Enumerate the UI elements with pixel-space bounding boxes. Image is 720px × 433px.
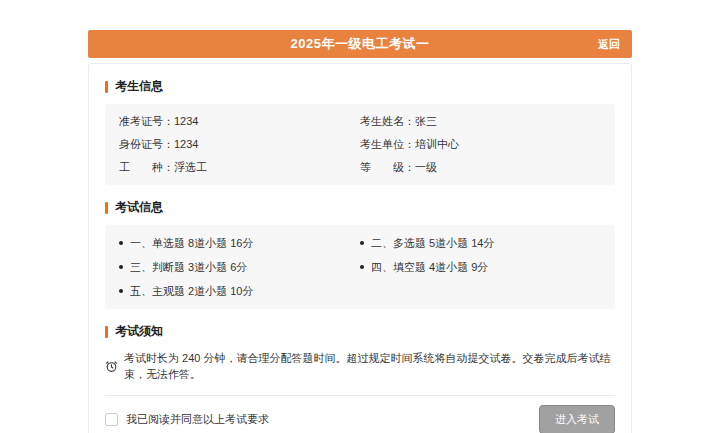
agree-checkbox[interactable] bbox=[105, 413, 118, 426]
exam-item-label: 三、判断题 3道小题 6分 bbox=[130, 259, 247, 275]
field-id-number: 身份证号： 1234 bbox=[119, 136, 360, 153]
field-label: 考生姓名： bbox=[360, 113, 415, 130]
candidate-section-header: 考生信息 bbox=[105, 78, 615, 95]
exam-items-box: 一、单选题 8道小题 16分 二、多选题 5道小题 14分 三、判断题 3道小题… bbox=[105, 225, 615, 309]
candidate-info-section: 考生信息 准考证号： 1234 考生姓名： 张三 身份证号： 1234 考生单位… bbox=[105, 78, 615, 185]
exam-item-label: 四、填空题 4道小题 9分 bbox=[371, 259, 488, 275]
back-button[interactable]: 返回 bbox=[598, 30, 620, 58]
accent-bar-icon bbox=[105, 81, 108, 93]
bullet-icon bbox=[119, 289, 123, 293]
bullet-icon bbox=[360, 241, 364, 245]
field-label: 考生单位： bbox=[360, 136, 415, 153]
field-value: 浮选工 bbox=[174, 159, 207, 176]
field-work-type: 工 种： 浮选工 bbox=[119, 159, 360, 176]
exam-item-label: 二、多选题 5道小题 14分 bbox=[371, 235, 494, 251]
exam-item-subjective: 五、主观题 2道小题 10分 bbox=[119, 283, 360, 299]
exam-item-multi-choice: 二、多选题 5道小题 14分 bbox=[360, 235, 601, 251]
accent-bar-icon bbox=[105, 202, 108, 214]
field-value: 1234 bbox=[174, 136, 198, 153]
alarm-clock-icon bbox=[105, 360, 118, 373]
field-label: 工 种： bbox=[119, 159, 174, 176]
footer-divider bbox=[105, 395, 615, 396]
field-value: 1234 bbox=[174, 113, 198, 130]
agree-row[interactable]: 我已阅读并同意以上考试要求 bbox=[105, 412, 269, 427]
page: 2025年一级电工考试一 返回 考生信息 准考证号： 1234 考生姓名： 张三… bbox=[88, 30, 632, 433]
exam-item-fill-blank: 四、填空题 4道小题 9分 bbox=[360, 259, 601, 275]
bullet-icon bbox=[360, 265, 364, 269]
field-label: 准考证号： bbox=[119, 113, 174, 130]
field-candidate-unit: 考生单位： 培训中心 bbox=[360, 136, 601, 153]
field-value: 张三 bbox=[415, 113, 437, 130]
exam-item-label: 一、单选题 8道小题 16分 bbox=[130, 235, 253, 251]
enter-exam-button[interactable]: 进入考试 bbox=[539, 405, 615, 433]
field-candidate-name: 考生姓名： 张三 bbox=[360, 113, 601, 130]
field-level: 等 级： 一级 bbox=[360, 159, 601, 176]
exam-section-header: 考试信息 bbox=[105, 199, 615, 216]
exam-card: 考生信息 准考证号： 1234 考生姓名： 张三 身份证号： 1234 考生单位… bbox=[88, 63, 632, 433]
field-exam-number: 准考证号： 1234 bbox=[119, 113, 360, 130]
notice-section-title: 考试须知 bbox=[115, 323, 163, 340]
accent-bar-icon bbox=[105, 326, 108, 338]
candidate-info-box: 准考证号： 1234 考生姓名： 张三 身份证号： 1234 考生单位： 培训中… bbox=[105, 104, 615, 185]
exam-item-true-false: 三、判断题 3道小题 6分 bbox=[119, 259, 360, 275]
footer-row: 我已阅读并同意以上考试要求 进入考试 bbox=[105, 405, 615, 433]
exam-section-title: 考试信息 bbox=[115, 199, 163, 216]
notice-section: 考试须知 考试时长为 240 分钟，请合理分配答题时间。超过规定时间系统将自动提… bbox=[105, 323, 615, 382]
notice-text: 考试时长为 240 分钟，请合理分配答题时间。超过规定时间系统将自动提交试卷。交… bbox=[124, 350, 615, 382]
notice-line: 考试时长为 240 分钟，请合理分配答题时间。超过规定时间系统将自动提交试卷。交… bbox=[105, 350, 615, 382]
candidate-section-title: 考生信息 bbox=[115, 78, 163, 95]
exam-item-single-choice: 一、单选题 8道小题 16分 bbox=[119, 235, 360, 251]
field-label: 身份证号： bbox=[119, 136, 174, 153]
bullet-icon bbox=[119, 265, 123, 269]
notice-section-header: 考试须知 bbox=[105, 323, 615, 340]
exam-header: 2025年一级电工考试一 返回 bbox=[88, 30, 632, 58]
agree-label: 我已阅读并同意以上考试要求 bbox=[126, 412, 269, 427]
exam-item-label: 五、主观题 2道小题 10分 bbox=[130, 283, 253, 299]
exam-info-section: 考试信息 一、单选题 8道小题 16分 二、多选题 5道小题 14分 三、判断题… bbox=[105, 199, 615, 309]
page-title: 2025年一级电工考试一 bbox=[291, 35, 430, 53]
field-label: 等 级： bbox=[360, 159, 415, 176]
bullet-icon bbox=[119, 241, 123, 245]
field-value: 一级 bbox=[415, 159, 437, 176]
field-value: 培训中心 bbox=[415, 136, 459, 153]
